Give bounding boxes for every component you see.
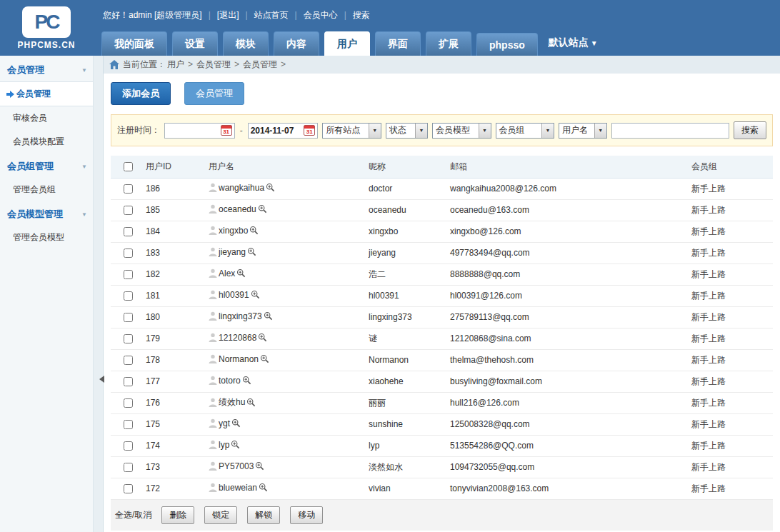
breadcrumb-link[interactable]: 会员管理 xyxy=(196,59,231,69)
username-cell[interactable]: Normanon xyxy=(209,354,269,364)
breadcrumb-link[interactable]: 会员管理 xyxy=(243,59,277,69)
zoom-user-icon[interactable] xyxy=(260,354,269,363)
nav-tab[interactable]: 我的面板 xyxy=(101,31,167,56)
filter-select[interactable]: 所有站点▼ xyxy=(322,123,381,139)
member-table: 用户ID用户名昵称邮箱会员组 186wangkaihuadoctorwangka… xyxy=(111,156,773,500)
top-link[interactable]: 站点首页 xyxy=(254,9,289,21)
sidebar-item[interactable]: 会员模块配置 xyxy=(0,130,93,154)
batch-action-button[interactable]: 解锁 xyxy=(247,506,280,524)
username-cell[interactable]: lingxing373 xyxy=(209,311,273,321)
username-cell[interactable]: 绩效hu xyxy=(209,396,256,408)
main-nav: 我的面板设置模块内容用户界面扩展phpsso 默认站点 ▼ xyxy=(93,30,780,56)
username-cell[interactable]: oceanedu xyxy=(209,204,267,214)
row-checkbox[interactable] xyxy=(124,377,133,386)
filter-select[interactable]: 会员模型▼ xyxy=(432,123,491,139)
zoom-user-icon[interactable] xyxy=(259,483,268,492)
zoom-user-icon[interactable] xyxy=(266,183,275,192)
zoom-user-icon[interactable] xyxy=(258,333,267,342)
site-selector[interactable]: 默认站点 ▼ xyxy=(549,36,598,49)
row-checkbox[interactable] xyxy=(124,420,133,429)
user-avatar-icon xyxy=(209,354,217,363)
row-checkbox[interactable] xyxy=(124,484,133,493)
email-cell: 1094732055@qq.com xyxy=(449,456,691,478)
username-cell[interactable]: 12120868 xyxy=(209,333,267,343)
top-link[interactable]: 搜索 xyxy=(353,9,370,21)
batch-action-button[interactable]: 锁定 xyxy=(204,506,237,524)
row-checkbox[interactable] xyxy=(124,398,133,408)
filter-select[interactable]: 用户名▼ xyxy=(559,123,607,139)
zoom-user-icon[interactable] xyxy=(249,226,259,235)
row-checkbox[interactable] xyxy=(124,356,133,365)
calendar-icon[interactable]: 31 xyxy=(304,125,315,136)
zoom-user-icon[interactable] xyxy=(236,268,246,278)
username-cell[interactable]: xingxbo xyxy=(209,226,259,236)
batch-action-button[interactable]: 删除 xyxy=(161,506,194,524)
email-cell: xingxbo@126.com xyxy=(449,221,691,242)
date-to-input[interactable]: 2014-11-07 31 xyxy=(248,123,319,139)
zoom-user-icon[interactable] xyxy=(246,398,256,407)
zoom-user-icon[interactable] xyxy=(247,247,256,256)
zoom-user-icon[interactable] xyxy=(258,204,267,214)
username-cell[interactable]: wangkaihua xyxy=(209,183,275,193)
select-all-toggle[interactable]: 全选/取消 xyxy=(115,509,151,521)
email-cell: hull216@126.com xyxy=(449,392,691,413)
zoom-user-icon[interactable] xyxy=(264,311,273,321)
breadcrumb-prefix: 当前位置： xyxy=(123,59,166,71)
row-checkbox[interactable] xyxy=(124,206,133,215)
username-cell[interactable]: lyp xyxy=(209,440,240,450)
calendar-icon[interactable]: 31 xyxy=(221,125,232,136)
nickname-cell: lyp xyxy=(368,435,449,456)
username-cell[interactable]: blueweian xyxy=(209,483,268,493)
username-cell[interactable]: Alex xyxy=(209,268,246,278)
member-manage-button[interactable]: 会员管理 xyxy=(184,82,244,105)
sidebar-group-title[interactable]: 会员组管理▼ xyxy=(0,154,93,178)
zoom-user-icon[interactable] xyxy=(251,290,260,299)
sidebar-group-title[interactable]: 会员管理▼ xyxy=(0,57,93,81)
date-from-input[interactable]: 31 xyxy=(164,123,235,139)
zoom-user-icon[interactable] xyxy=(255,461,264,471)
nav-tab[interactable]: 模块 xyxy=(223,31,269,56)
row-checkbox[interactable] xyxy=(124,270,133,279)
nav-tab[interactable]: phpsso xyxy=(476,33,538,56)
select-all-checkbox[interactable] xyxy=(124,162,133,171)
top-link[interactable]: 会员中心 xyxy=(304,9,338,21)
zoom-user-icon[interactable] xyxy=(242,376,251,385)
sidebar-item[interactable]: 会员管理 xyxy=(0,81,93,106)
row-checkbox[interactable] xyxy=(124,441,133,451)
row-checkbox[interactable] xyxy=(124,334,133,343)
row-checkbox[interactable] xyxy=(124,249,133,258)
nav-tab[interactable]: 设置 xyxy=(172,31,218,56)
nickname-cell: oceanedu xyxy=(368,199,449,221)
row-checkbox[interactable] xyxy=(124,184,133,194)
add-member-button[interactable]: 添加会员 xyxy=(111,82,171,105)
row-checkbox[interactable] xyxy=(124,227,133,236)
username-cell[interactable]: PY57003 xyxy=(209,461,264,471)
row-checkbox[interactable] xyxy=(124,313,133,322)
zoom-user-icon[interactable] xyxy=(231,440,240,449)
sidebar-group-title[interactable]: 会员模型管理▼ xyxy=(0,201,93,226)
keyword-input[interactable] xyxy=(611,123,729,139)
zoom-user-icon[interactable] xyxy=(231,418,241,428)
sidebar-item[interactable]: 管理会员组 xyxy=(0,178,93,201)
sidebar-item[interactable]: 管理会员模型 xyxy=(0,226,93,249)
sidebar-item[interactable]: 审核会员 xyxy=(0,106,93,130)
nickname-cell: xingxbo xyxy=(368,221,449,242)
breadcrumb-link[interactable]: 用户 xyxy=(167,59,184,69)
nav-tab[interactable]: 界面 xyxy=(375,31,421,56)
filter-select[interactable]: 会员组▼ xyxy=(496,123,554,139)
nav-tab[interactable]: 用户 xyxy=(324,31,370,56)
sidebar-collapse-handle[interactable] xyxy=(96,376,104,383)
nav-tab[interactable]: 内容 xyxy=(274,31,319,56)
nav-tab[interactable]: 扩展 xyxy=(426,31,471,56)
batch-action-button[interactable]: 移动 xyxy=(290,506,323,524)
username-cell[interactable]: jieyang xyxy=(209,247,256,257)
group-cell: 新手上路 xyxy=(691,199,773,221)
username-cell[interactable]: hl00391 xyxy=(209,290,260,300)
filter-select[interactable]: 状态▼ xyxy=(386,123,428,139)
username-cell[interactable]: ygt xyxy=(209,418,241,428)
username-cell[interactable]: totoro xyxy=(209,376,251,386)
row-checkbox[interactable] xyxy=(124,463,133,472)
search-button[interactable]: 搜索 xyxy=(734,121,766,139)
row-checkbox[interactable] xyxy=(124,291,133,301)
top-link[interactable]: [退出] xyxy=(217,9,239,21)
